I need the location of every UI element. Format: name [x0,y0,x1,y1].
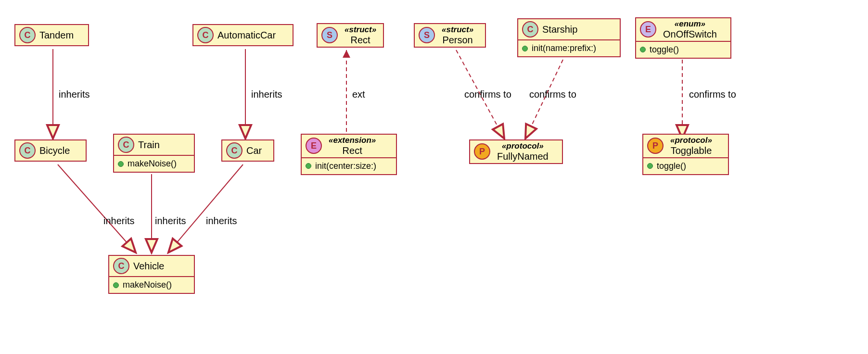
extension-rect: E «extension» Rect init(center:size:) [301,134,397,175]
label-inherits: inherits [251,89,282,100]
stereotype: «struct» [345,25,376,35]
stereotype: «protocol» [502,141,544,151]
label-inherits: inherits [59,89,89,100]
class-icon: C [19,142,36,159]
class-name: OnOffSwitch [663,29,717,40]
label-ext: ext [352,89,365,100]
class-icon: C [118,137,134,153]
member-visibility-icon [647,163,653,169]
class-icon: C [113,258,129,274]
struct-icon: S [419,27,435,43]
class-name: FullyNamed [497,151,549,162]
class-name: Rect [351,35,370,46]
class-name: Starship [542,24,577,35]
member: makeNoise() [113,280,190,290]
diagram-connectors [0,0,868,354]
member: makeNoise() [118,159,190,169]
struct-person: S «struct» Person [414,23,486,48]
enum-icon: E [640,21,656,38]
edge-bicycle-vehicle [58,164,136,253]
class-train: C Train makeNoise() [113,134,195,173]
enum-onoffswitch: E «enum» OnOffSwitch toggle() [635,17,731,59]
class-name: Bicycle [39,145,70,156]
label-confirms: confirms to [689,89,736,100]
edge-car-vehicle [168,164,243,253]
member: toggle() [640,45,727,55]
class-name: Person [442,35,472,46]
label-confirms: confirms to [529,89,576,100]
class-icon: C [522,21,538,38]
class-icon: C [19,27,36,43]
label-inherits: inherits [155,215,186,227]
member: init(name:prefix:) [522,43,616,53]
extension-icon: E [306,138,322,154]
class-name: Car [246,145,262,156]
label-inherits: inherits [103,215,134,227]
class-car: C Car [221,139,274,162]
struct-rect: S «struct» Rect [317,23,384,48]
class-automaticcar: C AutomaticCar [192,24,294,46]
class-vehicle: C Vehicle makeNoise() [108,255,195,294]
class-bicycle: C Bicycle [14,139,87,162]
protocol-icon: P [647,138,664,154]
member-visibility-icon [118,161,124,167]
member-visibility-icon [306,163,311,169]
stereotype: «protocol» [670,136,712,145]
label-confirms: confirms to [464,89,511,100]
stereotype: «enum» [675,19,705,29]
class-name: Train [138,139,160,151]
class-name: Rect [343,145,362,156]
protocol-fullynamed: P «protocol» FullyNamed [469,139,563,164]
protocol-togglable: P «protocol» Togglable toggle() [642,134,729,175]
stereotype: «extension» [329,136,376,145]
label-inherits: inherits [206,215,237,227]
class-name: Tandem [39,30,74,41]
class-icon: C [197,27,214,43]
member: init(center:size:) [306,161,392,171]
member-visibility-icon [113,282,119,288]
struct-icon: S [321,27,338,43]
class-starship: C Starship init(name:prefix:) [517,18,621,57]
stereotype: «struct» [442,25,473,35]
member: toggle() [647,161,724,171]
class-name: AutomaticCar [217,30,276,41]
class-icon: C [226,142,243,159]
class-name: Vehicle [133,261,165,272]
member-visibility-icon [522,46,528,51]
class-tandem: C Tandem [14,24,89,46]
class-name: Togglable [671,145,712,156]
protocol-icon: P [474,143,490,160]
member-visibility-icon [640,47,646,52]
